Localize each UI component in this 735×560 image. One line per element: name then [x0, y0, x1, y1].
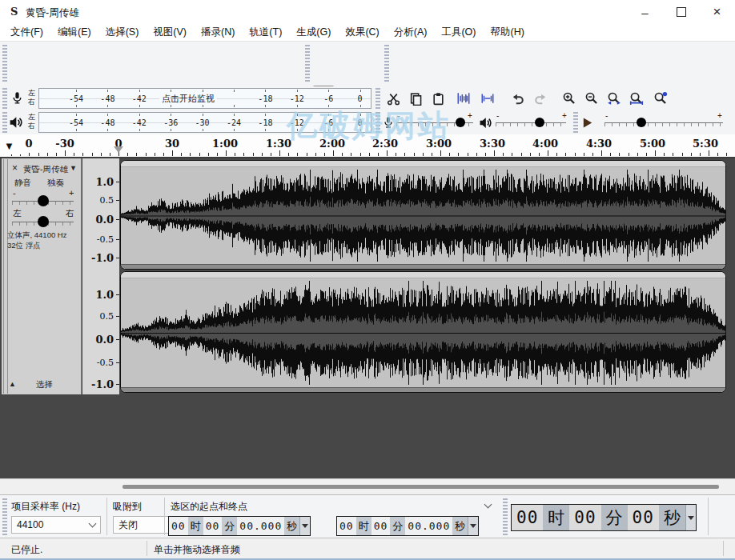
playback-volume-slider[interactable] — [496, 118, 566, 128]
menu-item[interactable]: 工具(O) — [434, 24, 483, 41]
fit-project-button[interactable] — [626, 88, 647, 109]
time-digits[interactable]: 00 — [628, 505, 659, 530]
clip-bottom-edge[interactable] — [121, 264, 725, 270]
gain-slider[interactable] — [12, 196, 74, 206]
waveform-left-channel[interactable] — [121, 167, 725, 264]
selection-range-label[interactable]: 选区的起点和终点 — [171, 500, 247, 514]
ruler-tick — [136, 153, 137, 156]
track-control-panel[interactable]: × 黄昏-周传雄 ▼ 静音 独奏 - + 左 右 立体声, 44100 Hz 3… — [2, 158, 82, 394]
gain-thumb[interactable] — [38, 195, 49, 206]
track-grabber[interactable] — [3, 159, 8, 394]
track-area[interactable]: × 黄昏-周传雄 ▼ 静音 独奏 - + 左 右 立体声, 44100 Hz 3… — [0, 158, 735, 478]
edit-toolbar-grabber[interactable] — [376, 88, 380, 109]
tools-toolbar-grabber[interactable] — [305, 45, 310, 83]
time-digits[interactable]: 00 — [203, 517, 223, 535]
audio-clip-channel-right[interactable] — [120, 271, 726, 393]
menu-item[interactable]: 分析(A) — [387, 24, 435, 41]
ruler-tick — [378, 153, 379, 156]
zoom-to-selection-button[interactable] — [604, 88, 625, 109]
transport-toolbar-grabber[interactable] — [2, 45, 7, 83]
ruler-tick — [29, 153, 30, 156]
redo-button[interactable] — [530, 88, 551, 109]
play-speed-thumb[interactable] — [637, 118, 646, 127]
cut-button[interactable] — [383, 88, 404, 109]
horizontal-scrollbar-thumb[interactable] — [122, 485, 719, 489]
playhead-marker[interactable] — [114, 146, 123, 153]
meter-scale-label: -54 — [69, 118, 83, 127]
timeline-options-button[interactable]: ▼ — [4, 137, 24, 154]
playback-meter-grabber[interactable] — [2, 112, 7, 133]
time-digits[interactable]: 00.000 — [405, 517, 452, 535]
clip-handle[interactable] — [121, 161, 725, 167]
time-unit: 秒 — [659, 505, 685, 530]
mixer-toolbar-grabber[interactable] — [376, 112, 380, 133]
selection-start-time-field[interactable]: 00时00分00.000秒 — [168, 516, 311, 536]
mute-button[interactable]: 静音 — [14, 178, 31, 189]
playback-meter[interactable]: -54-48-42-36-30-24-18-12-60 — [38, 112, 372, 133]
close-button[interactable]: × — [699, 0, 735, 24]
play-at-speed-grabber[interactable] — [573, 112, 578, 133]
time-digits[interactable]: 00 — [569, 505, 600, 530]
menu-item[interactable]: 选择(S) — [98, 24, 147, 41]
clip-handle[interactable] — [121, 272, 725, 278]
copy-button[interactable] — [405, 88, 426, 109]
time-toolbar-grabber[interactable] — [503, 498, 508, 535]
time-digits[interactable]: 00.000 — [237, 517, 284, 535]
solo-button[interactable]: 独奏 — [47, 178, 64, 189]
menu-item[interactable]: 帮助(H) — [483, 24, 531, 41]
meter-monitor-text[interactable]: 点击开始监视 — [159, 93, 217, 105]
zoom-out-button[interactable] — [581, 88, 602, 109]
horizontal-scrollbar[interactable] — [0, 478, 735, 494]
silence-audio-button[interactable] — [477, 88, 498, 109]
menu-item[interactable]: 编辑(E) — [50, 24, 98, 41]
undo-button[interactable] — [508, 88, 528, 109]
audio-position-display[interactable]: 00时00分00秒 — [511, 504, 697, 531]
chevron-down-icon[interactable] — [484, 501, 492, 509]
menu-item[interactable]: 文件(F) — [3, 24, 50, 41]
vertical-scale-ruler[interactable]: 1.00.50.0-0.5-1.01.00.50.0-0.5-1.0 — [82, 158, 119, 394]
selection-toolbar-grabber[interactable] — [2, 498, 7, 535]
recording-meter[interactable]: -54-48-42-18-12-60点击开始监视 — [38, 88, 372, 109]
menu-item[interactable]: 效果(C) — [338, 24, 386, 41]
recording-volume-thumb[interactable] — [456, 118, 465, 127]
timeline-ruler[interactable]: 0-300301:001:302:002:303:003:304:004:305… — [0, 134, 735, 158]
maximize-button[interactable] — [663, 0, 699, 24]
paste-button[interactable] — [428, 88, 448, 109]
recording-volume-slider[interactable] — [396, 118, 473, 128]
menu-item[interactable]: 播录(N) — [194, 24, 242, 41]
trim-audio-button[interactable] — [453, 88, 474, 109]
collapse-track-button[interactable]: ▲ — [9, 380, 16, 388]
play-speed-slider[interactable] — [604, 118, 723, 128]
menu-item[interactable]: 生成(G) — [289, 24, 338, 41]
track-menu-dropdown[interactable]: ▼ — [70, 164, 77, 172]
time-digits[interactable]: 00 — [169, 517, 188, 535]
time-digits[interactable]: 00 — [512, 505, 543, 530]
device-toolbar-grabber[interactable] — [384, 45, 389, 83]
menu-item[interactable]: 视图(V) — [146, 24, 194, 41]
recording-meter-grabber[interactable] — [2, 88, 7, 109]
ruler-tick — [190, 153, 191, 156]
track-close-button[interactable]: × — [12, 162, 18, 174]
time-digits[interactable]: 00 — [337, 517, 356, 535]
time-digits[interactable]: 00 — [372, 517, 391, 535]
menu-item[interactable]: 轨道(T) — [242, 24, 289, 41]
play-at-speed-button[interactable] — [580, 115, 594, 130]
audio-clip-channel-left[interactable] — [120, 160, 726, 270]
zoom-in-button[interactable] — [559, 88, 580, 109]
time-format-dropdown[interactable] — [685, 505, 696, 530]
track-select-button[interactable]: 选择 — [36, 379, 53, 390]
ruler-tick — [288, 153, 289, 156]
time-format-dropdown[interactable] — [299, 517, 310, 535]
selection-end-time-field[interactable]: 00时00分00.000秒 — [336, 516, 479, 536]
pan-thumb[interactable] — [38, 216, 49, 227]
vertical-scale-tick — [116, 316, 119, 317]
minimize-button[interactable]: – — [627, 0, 663, 24]
time-format-dropdown[interactable] — [468, 517, 478, 535]
zoom-toggle-button[interactable] — [650, 88, 671, 109]
clip-bottom-edge[interactable] — [121, 387, 725, 393]
project-rate-select[interactable]: 44100 — [11, 516, 101, 534]
track-title[interactable]: 黄昏-周传雄 — [23, 164, 68, 175]
waveform-right-channel[interactable] — [121, 278, 725, 387]
pan-slider[interactable] — [12, 217, 74, 227]
playback-volume-thumb[interactable] — [535, 118, 544, 127]
